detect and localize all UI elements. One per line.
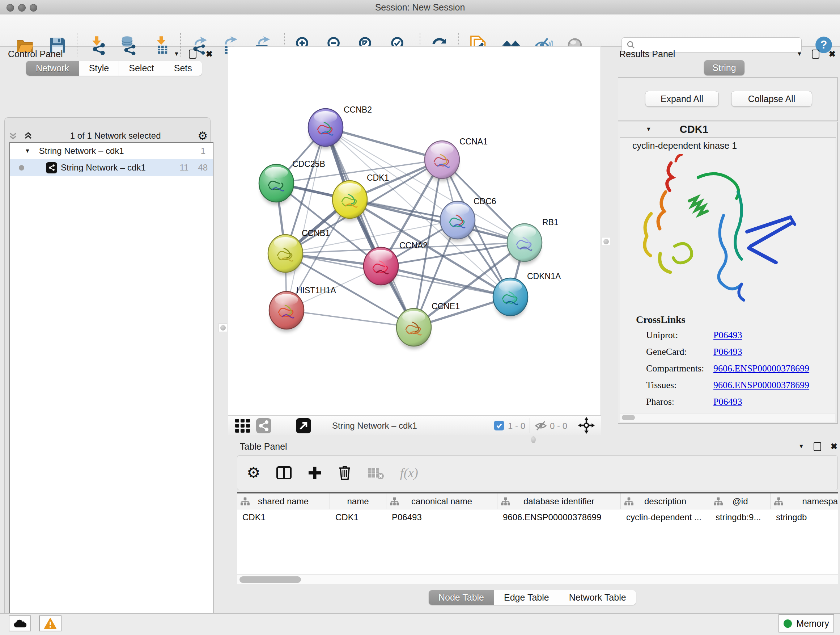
tab-sets[interactable]: Sets bbox=[164, 61, 202, 76]
close-panel-icon[interactable]: ✖ bbox=[206, 49, 213, 59]
network-view-title: String Network – cdk1 bbox=[332, 421, 417, 431]
close-panel-icon[interactable]: ✖ bbox=[831, 442, 837, 451]
float-panel-icon[interactable] bbox=[813, 442, 821, 451]
float-panel-icon[interactable] bbox=[812, 50, 819, 59]
delete-table-icon[interactable] bbox=[368, 466, 384, 480]
table-options-gear-icon[interactable]: ⚙ bbox=[247, 465, 261, 480]
float-panel-icon[interactable] bbox=[189, 50, 196, 59]
results-panel-title: Results Panel bbox=[619, 49, 675, 59]
close-panel-icon[interactable]: ✖ bbox=[829, 49, 836, 59]
tab-string[interactable]: String bbox=[704, 60, 745, 75]
column-header-canonical-name[interactable]: canonical name bbox=[386, 494, 497, 509]
minimize-window-button[interactable] bbox=[18, 4, 26, 11]
crosslink-value-link[interactable]: 9606.ENSP00000378699 bbox=[714, 380, 809, 391]
edge-CCNA2-CDKN1A[interactable] bbox=[381, 266, 510, 297]
expand-all-icon[interactable] bbox=[23, 131, 33, 141]
crosslink-value-link[interactable]: P06493 bbox=[714, 347, 742, 357]
network-collection-row[interactable]: ▼ String Network – cdk1 1 bbox=[10, 143, 213, 159]
node-label-CCNA1: CCNA1 bbox=[459, 137, 488, 146]
right-splitter-handle[interactable] bbox=[602, 237, 610, 246]
network-view-share-icon[interactable] bbox=[256, 418, 271, 435]
zoom-window-button[interactable] bbox=[30, 4, 37, 11]
network-view-dot-icon bbox=[19, 165, 24, 171]
node-label-HIST1H1A: HIST1H1A bbox=[296, 286, 336, 295]
add-column-icon[interactable] bbox=[308, 466, 322, 480]
node-CDKN1A[interactable]: CDKN1A bbox=[493, 272, 561, 318]
crosslink-value-link[interactable]: P06493 bbox=[714, 330, 742, 340]
table-cell[interactable]: CDK1 bbox=[237, 509, 330, 525]
column-header-name[interactable]: name bbox=[330, 494, 386, 509]
window-controls[interactable] bbox=[6, 4, 37, 11]
column-header-description[interactable]: description bbox=[621, 494, 710, 509]
crosslink-value-link[interactable]: P06493 bbox=[714, 396, 742, 407]
node-label-CCNA2: CCNA2 bbox=[399, 241, 428, 250]
selected-nodes-checkbox[interactable] bbox=[494, 421, 504, 431]
tab-network-table[interactable]: Network Table bbox=[559, 590, 636, 605]
tab-edge-table[interactable]: Edge Table bbox=[494, 590, 559, 605]
panel-menu-icon[interactable]: ▼ bbox=[798, 443, 804, 450]
collapse-all-button[interactable]: Collapse All bbox=[731, 91, 812, 107]
delete-column-icon[interactable] bbox=[338, 465, 352, 480]
memory-button[interactable]: Memory bbox=[778, 614, 834, 632]
panel-menu-icon[interactable]: ▼ bbox=[174, 51, 180, 57]
network-graph[interactable]: CCNB2CCNA1CDC25BCDK1CDC6RB1CCNB1CCNA2CDK… bbox=[228, 47, 600, 415]
node-RB1[interactable]: RB1 bbox=[507, 218, 559, 264]
section-collapse-icon[interactable]: ▼ bbox=[646, 126, 652, 133]
table-row[interactable]: CDK1CDK1P064939606.ENSP00000378699cyclin… bbox=[237, 509, 838, 525]
collection-name: String Network – cdk1 bbox=[39, 146, 124, 156]
control-panel-title: Control Panel bbox=[8, 49, 63, 59]
edge-CCNB2-HIST1H1A[interactable] bbox=[286, 127, 325, 310]
protein-symbol: CDK1 bbox=[680, 124, 708, 135]
tab-node-table[interactable]: Node Table bbox=[429, 590, 494, 605]
left-splitter-handle[interactable] bbox=[218, 323, 227, 332]
close-window-button[interactable] bbox=[6, 4, 14, 11]
tab-style[interactable]: Style bbox=[79, 61, 119, 76]
table-cell[interactable]: cyclin-dependent ... bbox=[621, 509, 710, 525]
column-header-database-identifier[interactable]: database identifier bbox=[497, 494, 621, 509]
node-label-CDKN1A: CDKN1A bbox=[527, 272, 561, 281]
node-HIST1H1A[interactable]: HIST1H1A bbox=[269, 286, 336, 332]
collapse-all-icon[interactable] bbox=[8, 131, 18, 141]
fit-selected-icon[interactable] bbox=[578, 417, 595, 435]
collection-expand-icon[interactable]: ▼ bbox=[25, 148, 30, 154]
edge-CCNE1-HIST1H1A[interactable] bbox=[286, 310, 414, 327]
table-cell[interactable]: P06493 bbox=[386, 509, 497, 525]
birds-eye-view-icon[interactable] bbox=[296, 418, 311, 435]
network-edge-count: 48 bbox=[198, 163, 208, 173]
table-cell[interactable]: 9606.ENSP00000378699 bbox=[497, 509, 621, 525]
show-columns-icon[interactable] bbox=[276, 466, 292, 480]
table-hscrollbar[interactable] bbox=[237, 575, 838, 584]
column-header--id[interactable]: @id bbox=[710, 494, 771, 509]
crosslink-row: Pharos:P06493 bbox=[646, 394, 836, 410]
edge-CCNB2-CCNE1[interactable] bbox=[325, 127, 414, 327]
crosslink-value-link[interactable]: 9606.ENSP00000378699 bbox=[714, 363, 809, 374]
network-options-gear-icon[interactable]: ⚙ bbox=[197, 130, 208, 141]
network-canvas[interactable]: CCNB2CCNA1CDC25BCDK1CDC6RB1CCNB1CCNA2CDK… bbox=[228, 46, 601, 416]
network-row[interactable]: String Network – cdk1 11 48 bbox=[10, 159, 213, 176]
function-builder-icon[interactable]: f(x) bbox=[400, 465, 418, 480]
table-cell[interactable]: stringdb:9... bbox=[710, 509, 771, 525]
column-header-shared-name[interactable]: shared name bbox=[237, 494, 330, 509]
hidden-elements-icon[interactable] bbox=[535, 420, 547, 432]
tab-network[interactable]: Network bbox=[26, 61, 79, 76]
node-CCNB2[interactable]: CCNB2 bbox=[308, 105, 372, 149]
tab-select[interactable]: Select bbox=[119, 61, 164, 76]
hidden-counts: 0 - 0 bbox=[550, 421, 567, 431]
table-hscrollbar-thumb[interactable] bbox=[240, 576, 301, 583]
results-hscrollbar[interactable] bbox=[620, 414, 835, 422]
column-header-namespace[interactable]: namespace bbox=[771, 494, 838, 509]
node-CDC25B[interactable]: CDC25B bbox=[259, 159, 325, 205]
protein-section-header[interactable]: ▼ CDK1 bbox=[618, 122, 837, 136]
grid-view-icon[interactable] bbox=[235, 419, 250, 434]
warning-button[interactable] bbox=[39, 616, 62, 631]
crosslink-row: GeneCard:P06493 bbox=[646, 344, 836, 360]
node-table[interactable]: shared namenamecanonical namedatabase id… bbox=[237, 492, 838, 574]
table-cell[interactable]: stringdb bbox=[771, 509, 838, 525]
panel-menu-icon[interactable]: ▼ bbox=[797, 51, 802, 57]
results-hscrollbar-thumb[interactable] bbox=[622, 415, 635, 420]
node-CDC6[interactable]: CDC6 bbox=[440, 196, 496, 242]
expand-all-button[interactable]: Expand All bbox=[645, 91, 719, 107]
cloud-button[interactable] bbox=[9, 616, 31, 631]
table-cell[interactable]: CDK1 bbox=[330, 509, 386, 525]
main-toolbar: ? bbox=[0, 14, 840, 47]
